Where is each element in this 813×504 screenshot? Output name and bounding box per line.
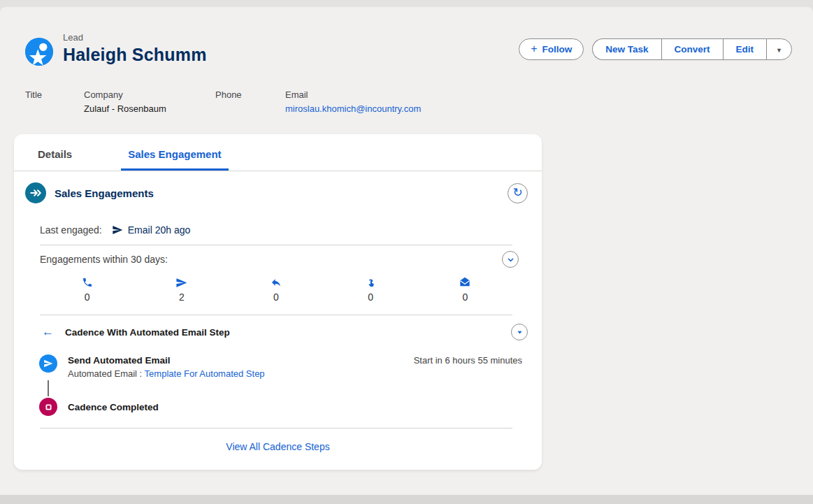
new-task-button[interactable]: New Task [592,38,661,60]
step-title: Cadence Completed [68,398,522,412]
lead-avatar-icon [25,38,53,66]
more-actions-button[interactable]: ▼ [766,38,792,60]
chevron-down-icon: ▼ [776,47,782,54]
metric-clicks: 0 [324,276,418,303]
refresh-icon: ↻ [512,187,522,199]
tab-bar: Details Sales Engagement [14,134,542,171]
view-all-cadence-steps-link[interactable]: View All Cadence Steps [226,441,329,452]
record-detail-card: Details Sales Engagement Sales Engagemen… [14,134,542,470]
field-company: Company Zulauf - Rosenbaum [84,89,215,114]
send-icon [112,224,123,236]
back-arrow-icon[interactable]: ← [42,325,54,339]
cadence-step-send-email: Send Automated Email Automated Email : T… [39,354,522,379]
metric-opens: 0 [418,276,512,303]
last-engaged-value: Email 20h ago [128,224,191,236]
tab-sales-engagement[interactable]: Sales Engagement [121,148,228,171]
timeline-connector [48,380,49,396]
divider [40,428,512,429]
convert-button[interactable]: Convert [661,38,723,60]
engagements-window-label: Engagements within 30 days: [40,254,168,265]
cadence-completed-icon [39,398,57,416]
email-template-link[interactable]: Template For Automated Step [145,368,265,379]
field-title: Title [25,89,84,114]
triangle-down-icon [515,327,525,338]
window-bottom-edge [0,495,813,504]
refresh-button[interactable]: ↻ [508,183,528,203]
record-type-label: Lead [63,32,207,43]
divider [40,245,512,245]
engagement-metrics: 0 2 0 [40,276,512,303]
step-title: Send Automated Email [68,355,414,366]
last-engaged-label: Last engaged: [40,224,102,236]
step-status: Start in 6 hours 55 minutes [414,354,522,366]
sales-engagements-icon [25,182,46,203]
email-open-icon [459,276,470,289]
email-link[interactable]: miroslau.khomich@incountry.com [285,103,421,114]
plus-icon: + [531,43,537,55]
collapse-cadence-button[interactable] [511,324,528,340]
call-icon [82,276,93,289]
cadence-steps: Send Automated Email Automated Email : T… [39,354,522,416]
cadence-step-completed: Cadence Completed [39,398,522,416]
cadence-title: Cadence With Automated Email Step [65,327,511,338]
collapse-engagements-button[interactable] [502,251,519,268]
field-email: Email miroslau.khomich@incountry.com [285,89,421,114]
reply-icon [271,276,282,289]
click-icon [366,276,376,289]
lead-header: Lead Haleigh Schumm [25,31,207,66]
divider [40,315,512,315]
tab-details[interactable]: Details [31,148,79,171]
edit-button[interactable]: Edit [723,38,767,60]
metric-replies: 0 [229,276,323,303]
page-title: Haleigh Schumm [63,45,207,65]
metric-emails-sent: 2 [134,276,229,303]
action-button-group: New Task Convert Edit ▼ [592,38,792,60]
chevron-down-icon [505,254,516,265]
header-actions: + Follow New Task Convert Edit ▼ [519,38,792,60]
automated-email-step-icon [39,354,57,373]
email-sent-icon [175,276,187,289]
field-phone: Phone [215,89,285,114]
metric-calls: 0 [40,276,134,303]
section-title: Sales Engagements [55,187,508,199]
follow-button[interactable]: + Follow [519,38,584,60]
highlights-panel: Title Company Zulauf - Rosenbaum Phone E… [25,89,421,114]
page-background: Lead Haleigh Schumm + Follow New Task Co… [0,7,813,495]
step-subtitle-label: Automated Email : [68,368,142,379]
